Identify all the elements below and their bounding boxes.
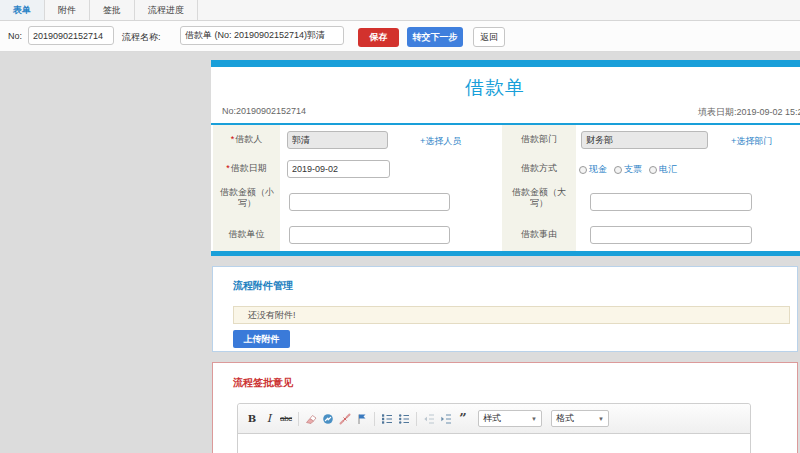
no-input[interactable]: [28, 26, 114, 45]
toolbar-separator: [374, 412, 375, 426]
department-label: 借款部门: [502, 134, 576, 145]
indent-button[interactable]: [439, 411, 453, 427]
panel-top-bar: [211, 60, 800, 67]
styles-dropdown-label: 样式: [483, 412, 501, 425]
outdent-icon: [423, 413, 435, 425]
radio-cash[interactable]: 现金: [579, 163, 607, 176]
radio-circle-icon: [649, 166, 657, 174]
radio-cheque[interactable]: 支票: [614, 163, 642, 176]
borrow-date-label: *借款日期: [213, 163, 280, 174]
form-fill-date: 填表日期:2019-09-02 15:27:1: [698, 106, 800, 119]
link-button[interactable]: [321, 411, 335, 427]
select-department-link[interactable]: +选择部门: [731, 135, 772, 148]
bulleted-list-icon: [398, 413, 410, 425]
borrower-input[interactable]: [287, 131, 388, 149]
format-dropdown[interactable]: 格式 ▼: [551, 410, 609, 427]
bold-button[interactable]: B: [245, 411, 259, 427]
eraser-icon: [305, 413, 317, 425]
required-mark: *: [226, 163, 230, 173]
save-button[interactable]: 保存: [358, 28, 399, 47]
bulleted-list-button[interactable]: [397, 411, 411, 427]
approval-panel: 流程签批意见 B I abc: [212, 362, 798, 453]
amount-lower-input[interactable]: [289, 193, 450, 211]
loan-form-panel: 借款单 No:20190902152714 填表日期:2019-09-02 15…: [211, 60, 800, 256]
radio-wire-transfer[interactable]: 电汇: [649, 163, 677, 176]
no-attachments-message: 还没有附件!: [233, 306, 790, 324]
unlink-button[interactable]: [338, 411, 352, 427]
tab-attachments[interactable]: 附件: [45, 0, 90, 20]
attachments-panel: 流程附件管理 还没有附件! 上传附件: [212, 266, 798, 352]
strikethrough-button[interactable]: abc: [279, 411, 293, 427]
tab-progress[interactable]: 流程进度: [135, 0, 198, 20]
method-label: 借款方式: [502, 163, 576, 174]
process-name-label: 流程名称:: [122, 31, 161, 44]
approval-title: 流程签批意见: [233, 376, 293, 390]
tab-approval[interactable]: 签批: [90, 0, 135, 20]
form-meta-row: No:20190902152714 填表日期:2019-09-02 15:27:…: [211, 100, 800, 125]
form-fields-grid: *借款人 +选择人员 借款部门 +选择部门 *借款日期 借款方式 现金 支票 电…: [211, 125, 800, 251]
styles-dropdown[interactable]: 样式 ▼: [478, 410, 542, 427]
numbered-list-button[interactable]: [380, 411, 394, 427]
unit-label: 借款单位: [213, 229, 280, 240]
method-radio-group: 现金 支票 电汇: [579, 163, 677, 176]
radio-circle-icon: [579, 166, 587, 174]
indent-icon: [440, 413, 452, 425]
amount-upper-input[interactable]: [590, 193, 752, 211]
editor-toolbar: B I abc: [238, 404, 750, 434]
caret-down-icon: ▼: [598, 416, 604, 422]
select-person-link[interactable]: +选择人员: [420, 135, 461, 148]
rich-text-editor: B I abc: [237, 403, 751, 453]
outdent-button[interactable]: [422, 411, 436, 427]
toolbar-separator: [298, 412, 299, 426]
unit-input[interactable]: [289, 226, 450, 244]
anchor-button[interactable]: [355, 411, 369, 427]
form-doc-no: No:20190902152714: [222, 106, 306, 116]
form-title: 借款单: [211, 67, 779, 100]
next-step-button[interactable]: 转交下一步: [407, 27, 463, 47]
attachments-title: 流程附件管理: [233, 279, 293, 293]
unlink-icon: [339, 413, 351, 425]
upload-attachment-button[interactable]: 上传附件: [233, 330, 290, 348]
borrower-label: *借款人: [213, 134, 280, 145]
command-bar: No: 流程名称: 保存 转交下一步 返回: [0, 21, 800, 52]
blockquote-button[interactable]: ”: [456, 411, 470, 427]
remove-format-button[interactable]: [304, 411, 318, 427]
reason-input[interactable]: [590, 226, 752, 244]
panel-bottom-bar: [211, 251, 800, 256]
tab-bar: 表单 附件 签批 流程进度: [0, 0, 800, 21]
back-button[interactable]: 返回: [473, 27, 505, 47]
no-label: No:: [8, 31, 22, 41]
process-name-input[interactable]: [180, 26, 344, 45]
caret-down-icon: ▼: [531, 416, 537, 422]
department-input[interactable]: [581, 131, 708, 149]
borrow-date-input[interactable]: [287, 160, 390, 178]
flag-icon: [356, 413, 368, 425]
tab-form[interactable]: 表单: [0, 0, 45, 20]
link-icon: [322, 413, 334, 425]
toolbar-separator: [416, 412, 417, 426]
reason-label: 借款事由: [502, 229, 576, 240]
editor-content-area[interactable]: [238, 434, 750, 453]
amount-upper-label: 借款金额（大写）: [506, 187, 572, 209]
radio-circle-icon: [614, 166, 622, 174]
italic-button[interactable]: I: [262, 411, 276, 427]
required-mark: *: [231, 134, 235, 144]
amount-lower-label: 借款金额（小写）: [215, 187, 279, 209]
format-dropdown-label: 格式: [556, 412, 574, 425]
numbered-list-icon: [381, 413, 393, 425]
